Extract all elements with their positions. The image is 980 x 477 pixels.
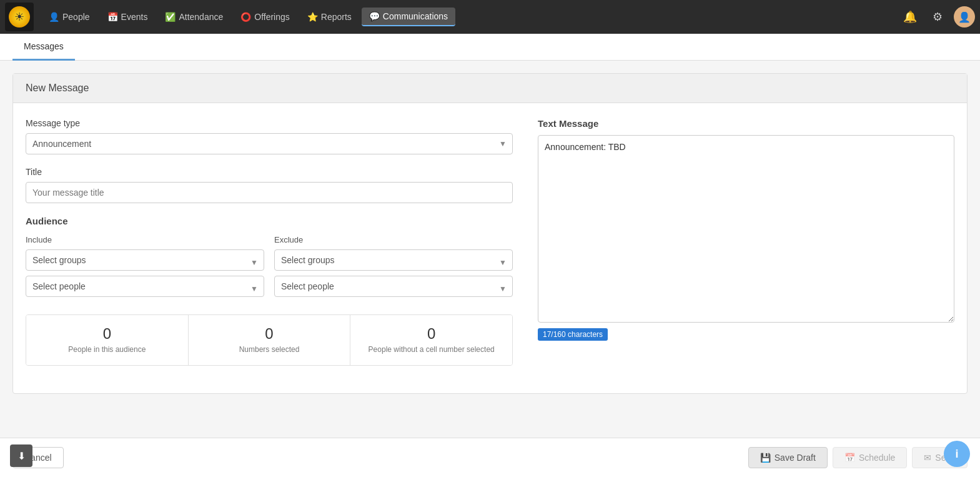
offerings-icon: ⭕: [240, 12, 251, 22]
audience-group: Audience Include Select groups ▼: [26, 216, 513, 366]
stat-people-audience: 0 People in this audience: [26, 315, 189, 365]
bell-icon: 🔔: [903, 10, 917, 24]
message-type-group: Message type Announcement ▼: [26, 118, 513, 154]
tab-messages[interactable]: Messages: [12, 34, 75, 61]
exclude-people-select[interactable]: Select people: [274, 276, 513, 297]
exclude-groups-wrapper: Select groups ▼: [274, 249, 513, 276]
logo-icon: ☀: [9, 6, 30, 28]
include-people-select[interactable]: Select people: [26, 276, 264, 297]
stat-people-no-cell: 0 People without a cell number selected: [350, 315, 512, 365]
left-column: Message type Announcement ▼ Title Audie: [26, 118, 513, 378]
message-type-select[interactable]: Announcement: [26, 133, 513, 154]
text-message-label: Text Message: [538, 118, 954, 129]
right-column: Text Message 17/160 characters: [538, 118, 954, 378]
events-icon: 📅: [107, 12, 118, 22]
notification-button[interactable]: 🔔: [899, 6, 921, 28]
reports-icon: ⭐: [307, 12, 318, 22]
include-groups-wrapper: Select groups ▼: [26, 249, 264, 276]
card-body: Message type Announcement ▼ Title Audie: [13, 103, 967, 393]
exclude-groups-select[interactable]: Select groups: [274, 249, 513, 271]
audience-label: Audience: [26, 216, 513, 226]
title-input[interactable]: [26, 182, 513, 203]
audience-stats: 0 People in this audience 0 Numbers sele…: [26, 314, 513, 366]
message-textarea[interactable]: [538, 135, 954, 323]
audience-grid: Include Select groups ▼ Select people: [26, 235, 513, 302]
communications-icon: 💬: [369, 11, 380, 21]
app-logo[interactable]: ☀: [5, 3, 34, 31]
people-icon: 👤: [49, 12, 59, 22]
include-column: Include Select groups ▼ Select people: [26, 235, 264, 302]
nav-item-attendance[interactable]: ✅ Attendance: [157, 8, 230, 26]
nav-item-offerings[interactable]: ⭕ Offerings: [233, 8, 297, 26]
nav-item-events[interactable]: 📅 Events: [100, 8, 156, 26]
attendance-icon: ✅: [165, 12, 176, 22]
gear-icon: ⚙: [933, 10, 943, 24]
avatar-icon: 👤: [958, 11, 971, 23]
message-type-select-wrapper: Announcement ▼: [26, 133, 513, 154]
include-groups-select[interactable]: Select groups: [26, 249, 264, 271]
exclude-people-wrapper: Select people ▼: [274, 276, 513, 302]
title-label: Title: [26, 167, 513, 177]
title-group: Title: [26, 167, 513, 203]
tab-bar: Messages: [0, 34, 980, 61]
card-header: New Message: [13, 74, 967, 103]
nav-item-people[interactable]: 👤 People: [41, 8, 97, 26]
message-type-label: Message type: [26, 118, 513, 128]
new-message-card: New Message Message type Announcement ▼: [12, 73, 968, 394]
exclude-column: Exclude Select groups ▼ Select people: [274, 235, 513, 302]
exclude-label: Exclude: [274, 235, 513, 244]
include-label: Include: [26, 235, 264, 244]
nav-right: 🔔 ⚙ 👤: [899, 6, 975, 28]
nav-item-reports[interactable]: ⭐ Reports: [300, 8, 359, 26]
nav-item-communications[interactable]: 💬 Communications: [362, 8, 455, 26]
main-content: New Message Message type Announcement ▼: [0, 61, 980, 406]
stat-numbers-selected: 0 Numbers selected: [189, 315, 351, 365]
top-nav: ☀ 👤 People 📅 Events ✅ Attendance ⭕ Offer…: [0, 0, 980, 34]
include-people-wrapper: Select people ▼: [26, 276, 264, 302]
char-count-badge: 17/160 characters: [538, 328, 608, 341]
settings-button[interactable]: ⚙: [926, 6, 949, 28]
user-avatar[interactable]: 👤: [954, 6, 975, 28]
